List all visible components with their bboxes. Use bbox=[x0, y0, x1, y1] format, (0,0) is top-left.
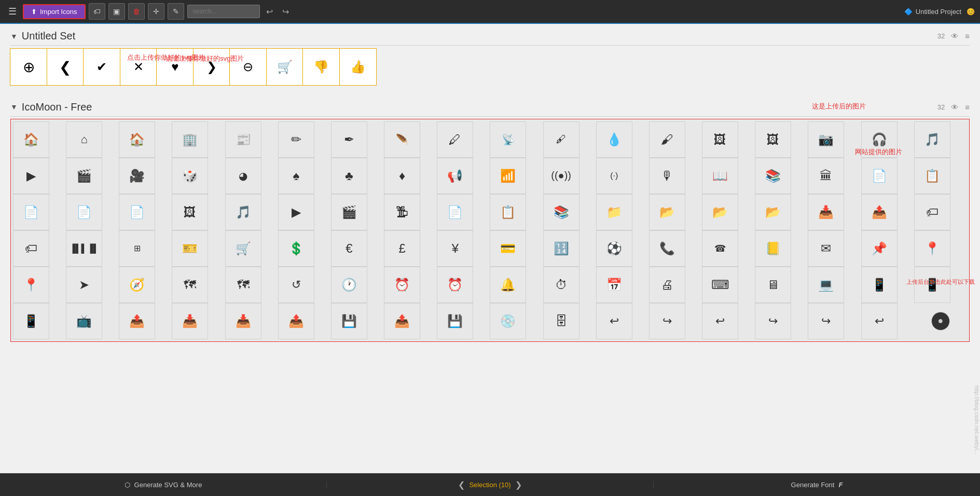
ic-bubble[interactable]: ● bbox=[931, 312, 950, 330]
ic-coin-pound[interactable]: £ bbox=[384, 230, 420, 267]
delete-icon[interactable]: 🗑 bbox=[128, 3, 145, 20]
ic-calculator[interactable]: 🔢 bbox=[543, 230, 579, 267]
ic-clock[interactable]: 🕐 bbox=[331, 267, 367, 303]
ic-eyedropper[interactable]: 🖋 bbox=[543, 121, 579, 158]
untitled-set-chevron[interactable]: ▼ bbox=[10, 32, 18, 40]
ic-calendar[interactable]: 📅 bbox=[596, 267, 632, 303]
ic-file-music[interactable]: 🎵 bbox=[225, 194, 261, 230]
ic-image[interactable]: 🖼 bbox=[702, 121, 738, 158]
ic-office[interactable]: 🏢 bbox=[172, 121, 208, 158]
ic-keyboard[interactable]: ⌨ bbox=[702, 267, 738, 303]
ic-file2[interactable]: 📄 bbox=[119, 194, 155, 230]
ic-download2[interactable]: 📥 bbox=[225, 303, 261, 339]
ic-stack[interactable]: 📚 bbox=[543, 194, 579, 230]
ic-mobile[interactable]: 📱 bbox=[861, 267, 898, 303]
ic-folder-open[interactable]: 📂 bbox=[649, 194, 685, 230]
ic-books[interactable]: 📚 bbox=[755, 158, 791, 194]
ic-drawer[interactable]: 📤 bbox=[119, 303, 155, 339]
ic-mobile2[interactable]: 📱 bbox=[914, 267, 950, 303]
ic-folder-minus[interactable]: 📂 bbox=[755, 194, 791, 230]
ic-bullhorn[interactable]: 📢 bbox=[437, 158, 473, 194]
ic-upload-cloud[interactable]: 📤 bbox=[384, 303, 420, 339]
ic-spade[interactable]: ♠ bbox=[278, 158, 314, 194]
ic-paint[interactable]: 🖌 bbox=[649, 121, 685, 158]
uploaded-icon-2[interactable]: ✔ bbox=[83, 48, 120, 86]
icomoon-set-visibility[interactable]: 👁 bbox=[951, 103, 959, 112]
generate-font-button[interactable]: Generate Font F bbox=[653, 481, 980, 489]
redo-button[interactable]: ↪ bbox=[279, 6, 292, 18]
selection-next[interactable]: ❯ bbox=[515, 480, 522, 490]
ic-history[interactable]: ↺ bbox=[278, 267, 314, 303]
ic-rss[interactable]: ((●)) bbox=[543, 158, 579, 194]
ic-library[interactable]: 🏛 bbox=[808, 158, 844, 194]
ic-file-video[interactable]: 🎬 bbox=[331, 194, 367, 230]
ic-profile[interactable]: 📋 bbox=[914, 158, 950, 194]
ic-copy[interactable]: 📄 bbox=[437, 194, 473, 230]
ic-bell[interactable]: 🔔 bbox=[490, 267, 526, 303]
ic-pacman[interactable]: ◕ bbox=[225, 158, 261, 194]
ic-download-cloud[interactable]: 💾 bbox=[331, 303, 367, 339]
ic-diamond[interactable]: ♦ bbox=[384, 158, 420, 194]
ic-wifi[interactable]: 📶 bbox=[490, 158, 526, 194]
ic-forward[interactable]: ↪ bbox=[808, 303, 844, 339]
ic-phone-hang[interactable]: ☎ bbox=[702, 230, 738, 267]
menu-icon[interactable]: ☰ bbox=[5, 4, 20, 19]
ic-paste[interactable]: 📋 bbox=[490, 194, 526, 230]
select-icon[interactable]: ▣ bbox=[108, 3, 125, 20]
ic-blog[interactable]: 📡 bbox=[490, 121, 526, 158]
ic-play[interactable]: ▶ bbox=[13, 158, 49, 194]
uploaded-icon-4[interactable]: ♥ bbox=[156, 48, 194, 86]
uploaded-icon-8[interactable]: 👎 bbox=[302, 48, 340, 86]
ic-floppy[interactable]: 💾 bbox=[437, 303, 473, 339]
ic-clock2[interactable]: ⏰ bbox=[384, 267, 420, 303]
ic-folder-download[interactable]: 📥 bbox=[808, 194, 844, 230]
ic-home2[interactable]: ⌂ bbox=[66, 121, 102, 158]
ic-dice[interactable]: 🎲 bbox=[172, 158, 208, 194]
uploaded-icon-1[interactable]: ❮ bbox=[47, 48, 84, 86]
ic-images[interactable]: 🖼 bbox=[755, 121, 791, 158]
ic-podcast[interactable]: (·) bbox=[596, 158, 632, 194]
ic-quill[interactable]: 🪶 bbox=[384, 121, 420, 158]
ic-credit-card[interactable]: 💳 bbox=[490, 230, 526, 267]
ic-barcode[interactable]: ▐▌▌▐▌ bbox=[66, 230, 102, 267]
uploaded-icon-9[interactable]: 👍 bbox=[339, 48, 377, 86]
ic-newspaper[interactable]: 📰 bbox=[225, 121, 261, 158]
ic-cart[interactable]: 🛒 bbox=[225, 230, 261, 267]
ic-file[interactable]: 📄 bbox=[13, 194, 49, 230]
icomoon-set-menu[interactable]: ≡ bbox=[965, 103, 970, 112]
ic-map2[interactable]: 🗺 bbox=[225, 267, 261, 303]
ic-address-book[interactable]: 📒 bbox=[755, 230, 791, 267]
ic-home1[interactable]: 🏠 bbox=[13, 121, 49, 158]
ic-pen3[interactable]: 🖊 bbox=[437, 121, 473, 158]
move-icon[interactable]: ✛ bbox=[148, 3, 164, 20]
ic-compass[interactable]: 🧭 bbox=[119, 267, 155, 303]
edit-icon[interactable]: ✎ bbox=[168, 3, 184, 20]
icomoon-set-chevron[interactable]: ▼ bbox=[10, 103, 18, 111]
ic-alarm[interactable]: ⏰ bbox=[437, 267, 473, 303]
ic-mic[interactable]: 🎙 bbox=[649, 158, 685, 194]
ic-video[interactable]: 🎥 bbox=[119, 158, 155, 194]
uploaded-icon-5[interactable]: ❯ bbox=[193, 48, 230, 86]
ic-book[interactable]: 📖 bbox=[702, 158, 738, 194]
ic-upload2[interactable]: 📤 bbox=[278, 303, 314, 339]
selection-prev[interactable]: ❮ bbox=[458, 480, 465, 490]
ic-pencil[interactable]: ✏ bbox=[278, 121, 314, 158]
ic-headphones[interactable]: 🎧 bbox=[861, 121, 898, 158]
ic-file-zip[interactable]: 🗜 bbox=[384, 194, 420, 230]
ic-reply[interactable]: ↩ bbox=[861, 303, 898, 339]
ic-music[interactable]: 🎵 bbox=[914, 121, 950, 158]
ic-location[interactable]: 📍 bbox=[914, 230, 950, 267]
ic-file-play[interactable]: ▶ bbox=[278, 194, 314, 230]
ic-printer[interactable]: 🖨 bbox=[649, 267, 685, 303]
project-name[interactable]: 🔷 Untitled Project bbox=[904, 8, 961, 16]
ic-coin-yen[interactable]: ¥ bbox=[437, 230, 473, 267]
ic-phone[interactable]: 📞 bbox=[649, 230, 685, 267]
ic-pen2[interactable]: ✒ bbox=[331, 121, 367, 158]
ic-laptop[interactable]: 💻 bbox=[808, 267, 844, 303]
ic-club[interactable]: ♣ bbox=[331, 158, 367, 194]
ic-stopwatch[interactable]: ⏱ bbox=[543, 267, 579, 303]
set-icon-button[interactable]: 🏷 bbox=[89, 3, 105, 20]
ic-compass2[interactable]: ➤ bbox=[66, 267, 102, 303]
ic-folder[interactable]: 📁 bbox=[596, 194, 632, 230]
ic-undo[interactable]: ↩ bbox=[596, 303, 632, 339]
